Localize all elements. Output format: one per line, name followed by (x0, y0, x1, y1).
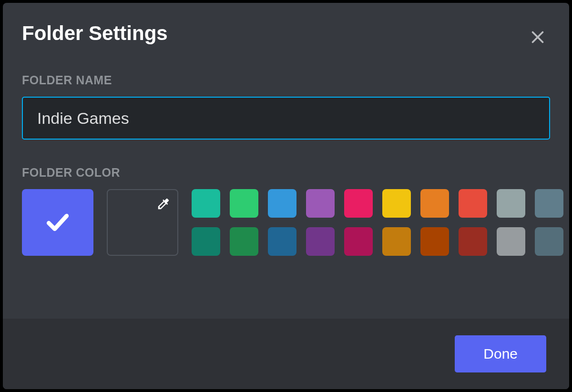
modal-header: Folder Settings (22, 22, 550, 50)
color-picker (22, 189, 550, 256)
color-swatch[interactable] (459, 189, 487, 218)
color-swatch[interactable] (268, 189, 296, 218)
color-swatch[interactable] (306, 189, 335, 218)
color-swatch[interactable] (535, 227, 563, 256)
color-swatch[interactable] (344, 227, 373, 256)
color-swatch[interactable] (420, 227, 449, 256)
checkmark-icon (43, 208, 72, 237)
folder-name-section: FOLDER NAME (22, 73, 550, 140)
color-swatch[interactable] (192, 189, 220, 218)
color-swatch[interactable] (535, 189, 563, 218)
modal-body: Folder Settings FOLDER NAME FOLDER COLOR (3, 3, 569, 319)
done-button[interactable]: Done (455, 335, 546, 372)
folder-settings-modal: Folder Settings FOLDER NAME FOLDER COLOR (3, 3, 569, 389)
folder-name-input[interactable] (22, 97, 550, 140)
color-swatch[interactable] (382, 227, 411, 256)
color-swatch[interactable] (497, 227, 525, 256)
color-swatch[interactable] (230, 189, 258, 218)
color-swatch[interactable] (268, 227, 296, 256)
folder-color-section: FOLDER COLOR (22, 166, 550, 256)
color-swatch[interactable] (459, 227, 487, 256)
folder-color-label: FOLDER COLOR (22, 166, 550, 180)
color-swatch-grid (192, 189, 563, 256)
color-swatch[interactable] (382, 189, 411, 218)
modal-title: Folder Settings (22, 22, 168, 45)
folder-name-label: FOLDER NAME (22, 73, 550, 87)
selected-color-swatch[interactable] (22, 189, 93, 256)
color-swatch[interactable] (230, 227, 258, 256)
color-swatch[interactable] (192, 227, 220, 256)
color-swatch[interactable] (344, 189, 373, 218)
color-swatch[interactable] (306, 227, 335, 256)
custom-color-swatch[interactable] (107, 189, 178, 256)
close-icon (529, 29, 546, 46)
close-button[interactable] (525, 25, 550, 50)
color-swatch[interactable] (420, 189, 449, 218)
color-swatch[interactable] (497, 189, 525, 218)
eyedropper-icon (156, 197, 171, 211)
modal-footer: Done (3, 319, 569, 389)
